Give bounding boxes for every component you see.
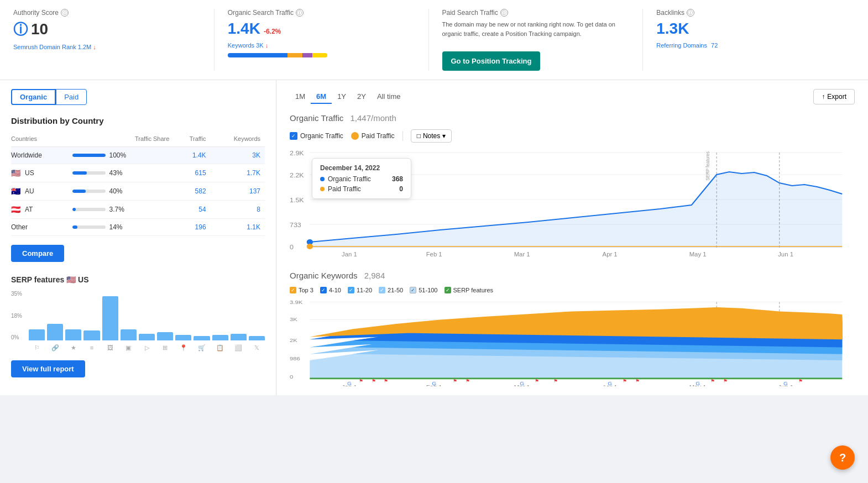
export-button[interactable]: ↑ Export [813,89,855,104]
svg-text:Mar 1: Mar 1 [514,384,530,386]
paid-info-icon[interactable]: ⓘ [500,9,508,17]
keywords-cell[interactable]: 3K [211,147,265,164]
check-icon: ✓ [291,133,296,139]
legend-divider [402,131,403,141]
table-row[interactable]: 🇦🇺 AU 40% 582 137 [11,182,265,201]
kw-legend-serp: ✓ SERP features [445,287,494,293]
time-all[interactable]: All time [372,90,406,104]
referring-label: Referring Domains [656,42,707,49]
time-1y[interactable]: 1Y [332,90,352,104]
serp-icon-item: 🔗 [47,344,63,351]
svg-text:1.5K: 1.5K [290,197,304,203]
organic-info-icon[interactable]: ⓘ [296,9,304,17]
right-panel: 1M 6M 1Y 2Y All time ↑ Export Organic Tr… [276,80,868,395]
backlinks-number: 1.3K [656,20,689,38]
kw-legend-top3: ✓ Top 3 [290,287,313,293]
notes-button[interactable]: □ Notes ▾ [411,129,452,143]
backlinks-info-icon[interactable]: ⓘ [687,9,694,17]
traffic-share-cell: 3.7% [72,201,174,219]
kw-11-20-check[interactable]: ✓ [348,287,354,293]
traffic-cell[interactable]: 196 [174,219,210,236]
distribution-title: Distribution by Country [11,116,265,125]
serp-title-text: SERP features [11,275,64,284]
kw-legend-11-20: ✓ 11-20 [348,287,372,293]
bar-cell: 43% [72,169,169,177]
backlinks-label-text: Backlinks [656,9,684,17]
time-2y[interactable]: 2Y [352,90,372,104]
legend-paid-label: Paid Traffic [362,132,395,140]
svg-text:⚑: ⚑ [535,379,539,384]
tooltip-date: December 14, 2022 [320,164,403,172]
svg-text:⚑: ⚑ [359,379,363,384]
svg-text:May 1: May 1 [689,384,707,386]
kw-top3-check[interactable]: ✓ [290,287,296,293]
svg-text:2.2K: 2.2K [290,172,304,179]
keywords-chart: 3.9K 3K 2K 986 0 [290,298,855,386]
time-1m[interactable]: 1M [290,90,311,104]
traffic-share-cell: 100% [72,147,174,164]
col-keywords: Keywords [211,133,265,147]
kw-21-50-checkmark: ✓ [380,287,384,293]
traffic-cell[interactable]: 1.4K [174,147,210,164]
kw-21-50-check[interactable]: ✓ [379,287,385,293]
svg-text:⚑: ⚑ [798,379,803,384]
tooltip-paid-value: 0 [399,185,403,193]
svg-text:3.9K: 3.9K [290,300,302,305]
country-flag: 🇦🇹 [11,205,20,214]
kw-4-10-check[interactable]: ✓ [320,287,327,293]
serp-icon-item: 📋 [212,344,228,351]
traffic-share-cell: 40% [72,182,174,201]
keywords-bar-fill [228,53,327,57]
traffic-bar-fill [72,208,76,211]
time-6m[interactable]: 6M [311,90,332,104]
keywords-cell[interactable]: 1.7K [211,164,265,182]
organic-traffic-chart: December 14, 2022 Organic Traffic 368 Pa… [290,147,855,258]
authority-score-value: ⓘ 10 [13,20,201,39]
col-traffic: Traffic [174,133,210,147]
authority-score-info-icon[interactable]: ⓘ [61,9,69,17]
serp-chart: 35% 18% 0% ⚐🔗★≡🖼▣▷⊞📍🛒📋⬜𝕏 [11,291,265,351]
keywords-cell[interactable]: 137 [211,182,265,201]
country-name-cell: Other [11,219,72,236]
compare-button[interactable]: Compare [11,245,64,262]
country-text: AT [25,206,33,213]
country-flag: 🇦🇺 [11,187,20,196]
traffic-cell[interactable]: 582 [174,182,210,201]
serp-y-labels: 35% 18% 0% [11,291,27,340]
traffic-bar-fill [72,154,106,157]
paid-label-text: Paid Search Traffic [442,9,498,17]
organic-paid-tabs: Organic Paid [11,89,265,105]
kw-11-20-checkmark: ✓ [349,287,353,293]
table-row[interactable]: Other 14% 196 1.1K [11,219,265,236]
keywords-cell[interactable]: 1.1K [211,219,265,236]
tab-paid[interactable]: Paid [56,89,87,105]
kw-serp-check[interactable]: ✓ [445,287,451,293]
country-name: Worldwide [11,151,68,159]
bar-cell: 100% [72,151,169,159]
export-icon: ↑ [822,93,825,101]
tab-organic[interactable]: Organic [11,89,56,105]
country-name: 🇺🇸 US [11,169,68,177]
svg-text:Jun 1: Jun 1 [778,384,793,386]
go-to-position-tracking-button[interactable]: Go to Position Tracking [442,51,541,71]
traffic-cell[interactable]: 54 [174,201,210,219]
serp-bar-item [194,336,210,340]
traffic-cell[interactable]: 615 [174,164,210,182]
tooltip-organic-label: Organic Traffic [320,175,371,183]
organic-title-text: Organic Traffic [290,113,343,123]
country-text: Worldwide [11,151,42,159]
kw-51-100-check[interactable]: ✓ [410,287,416,293]
domain-rank-value: 1.2M [78,44,91,50]
table-row[interactable]: 🇺🇸 US 43% 615 1.7K [11,164,265,182]
table-row[interactable]: Worldwide 100% 1.4K 3K [11,147,265,164]
svg-text:⚑: ⚑ [384,379,388,384]
table-row[interactable]: 🇦🇹 AT 3.7% 54 8 [11,201,265,219]
svg-text:⚑: ⚑ [623,379,627,384]
view-full-report-button[interactable]: View full report [11,360,85,377]
serp-icon-item: ★ [65,344,81,351]
svg-text:0: 0 [290,244,294,250]
keywords-cell[interactable]: 8 [211,201,265,219]
country-table: Countries Traffic Share Traffic Keywords… [11,133,265,236]
kw-legend-4-10: ✓ 4-10 [320,287,341,293]
keywords-title-text: Organic Keywords [290,271,358,280]
